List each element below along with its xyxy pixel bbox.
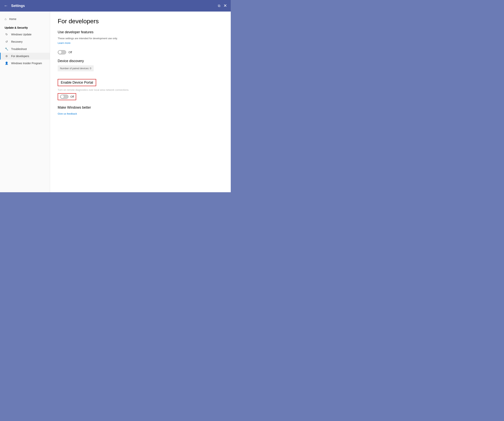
developer-features-desc: These settings are intended for developm… [58,36,223,40]
for-developers-label: For developers [11,55,29,58]
windows-update-label: Windows Update [11,33,31,36]
title-bar: ← Settings ⧉ ✕ [0,0,231,12]
troubleshoot-label: Troubleshoot [11,47,27,51]
refresh-icon: ↻ [5,33,8,36]
paired-devices-info: Number of paired devices: 0 [58,65,94,71]
use-developer-features-section: Use developer features These settings ar… [58,30,223,54]
use-developer-features-title: Use developer features [58,30,223,34]
sidebar-item-for-developers[interactable]: ⚙ For developers [0,53,50,59]
insider-icon: 👤 [5,61,8,65]
developer-features-toggle[interactable] [58,50,66,54]
developer-features-toggle-row: Off [58,50,223,54]
device-discovery-section: Device discovery Number of paired device… [58,59,223,74]
enable-device-portal-title: Enable Device Portal [61,81,93,84]
back-button[interactable]: ← [4,3,8,8]
sidebar-item-home[interactable]: ⌂ Home [0,15,50,23]
home-icon: ⌂ [5,17,6,21]
sidebar: ⌂ Home Update & Security ↻ Windows Updat… [0,12,50,192]
sidebar-section-title: Update & Security [0,24,50,31]
device-discovery-title: Device discovery [58,59,223,63]
content-area: For developers Use developer features Th… [50,12,231,192]
developer-features-toggle-label: Off [68,51,72,54]
give-feedback-link[interactable]: Give us feedback [58,112,77,115]
snap-icon[interactable]: ⧉ [218,4,220,8]
recovery-icon: ↺ [5,40,8,43]
windows-insider-label: Windows Insider Program [11,62,42,65]
enable-device-portal-box: Enable Device Portal [58,79,96,86]
sidebar-item-windows-insider[interactable]: 👤 Windows Insider Program [0,59,50,67]
sidebar-item-recovery[interactable]: ↺ Recovery [0,38,50,45]
portal-desc: Turn on remote diagnostics over local ar… [58,89,223,91]
sidebar-item-windows-update[interactable]: ↻ Windows Update [0,31,50,38]
make-windows-better-section: Make Windows better Give us feedback [58,106,223,118]
enable-device-portal-section: Enable Device Portal Turn on remote diag… [58,79,223,100]
window-controls: ⧉ ✕ [218,3,227,8]
portal-toggle-knob [61,95,64,98]
app-title: Settings [11,4,218,8]
portal-toggle-label: Off [70,95,74,98]
developer-icon: ⚙ [5,55,8,58]
wrench-icon: 🔧 [5,47,8,51]
page-title: For developers [58,18,223,25]
close-button[interactable]: ✕ [223,3,227,8]
content-inner: For developers Use developer features Th… [58,18,223,118]
make-windows-better-title: Make Windows better [58,106,223,110]
learn-more-link[interactable]: Learn more [58,42,70,44]
recovery-label: Recovery [11,40,23,43]
home-label: Home [9,18,16,21]
main-window: ⌂ Home Update & Security ↻ Windows Updat… [0,12,231,192]
toggle-knob [59,51,61,54]
portal-toggle[interactable] [60,95,68,99]
sidebar-item-troubleshoot[interactable]: 🔧 Troubleshoot [0,45,50,53]
portal-toggle-row-highlighted: Off [58,93,76,100]
